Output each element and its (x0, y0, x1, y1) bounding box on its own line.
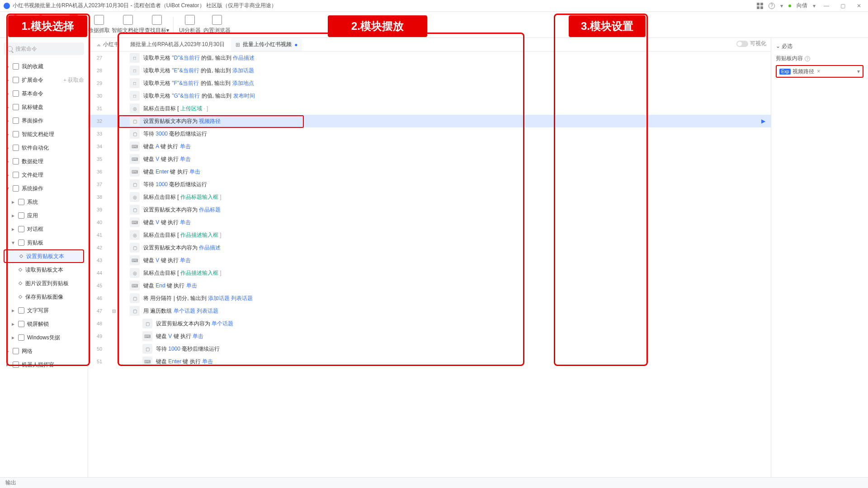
code-line[interactable]: 28□读取单元格 "E"&当前行 的值, 输出到 添加话题 (88, 64, 771, 77)
tree-save-clipboard[interactable]: 保存剪贴板图像 (4, 290, 84, 304)
code-line[interactable]: 31◎鼠标点击目标 [ 上传区域 · ] (88, 102, 771, 115)
tree-auto[interactable]: ▸软件自动化 (4, 141, 84, 155)
chevron-down-icon[interactable]: ▾ (857, 68, 860, 75)
timeline-button[interactable]: 时间线 ▾ (28, 14, 53, 36)
browser-icon (212, 15, 222, 25)
tree-favorites[interactable]: ▸我的收藏 (4, 60, 84, 73)
tree-smartdoc[interactable]: ▸智能文档处理 (4, 127, 84, 141)
find-target-button[interactable]: 查找目标▾ (144, 14, 170, 36)
code-line[interactable]: 49⌨键盘 V 键 执行 单击 (88, 330, 771, 343)
stop-button[interactable]: 停止 (3, 14, 28, 36)
gear-icon (13, 145, 19, 151)
record-icon (69, 15, 79, 25)
prop-section-header[interactable]: ⌄ 必选 (776, 42, 863, 50)
close-button[interactable]: ✕ (854, 3, 864, 9)
clipboard-icon (18, 239, 24, 246)
code-line[interactable]: 35⌨键盘 V 键 执行 单击 (88, 153, 771, 165)
code-line[interactable]: 39▢设置剪贴板文本内容为 作品标题 (88, 203, 771, 216)
code-line[interactable]: 44◎鼠标点击目标 [ 作品描述输入框 ] (88, 267, 771, 279)
code-line[interactable]: 36⌨键盘 Enter 键 执行 单击 (88, 165, 771, 178)
output-tab[interactable]: 输出 (5, 479, 16, 487)
status-bar: 输出 (0, 477, 868, 488)
code-line[interactable]: 43⌨键盘 V 键 执行 单击 (88, 254, 771, 267)
tree-wincred[interactable]: ▸Windows凭据 (4, 331, 84, 344)
prop-value-input[interactable]: Exp 视频路径 × ▾ (776, 65, 863, 78)
step-icon: ▢ (130, 179, 140, 189)
builtin-browser-button[interactable]: 内置浏览器 (203, 14, 231, 36)
visual-toggle[interactable]: 可视化 (736, 40, 766, 47)
play-icon[interactable]: ▶ (761, 118, 765, 124)
file-icon (13, 172, 19, 178)
code-line[interactable]: 47⊟▢用 遍历数组 单个话题 列表话题 (88, 305, 771, 317)
toolbar: 停止 时间线 ▾ 录制 数据抓取 智能文档处理 查找目标▾ UI分析器 内置浏览… (0, 12, 868, 38)
tree-robot[interactable]: ▸机器人指挥官 (4, 358, 84, 371)
ui-analyzer-button[interactable]: UI分析器 (177, 14, 203, 36)
app-logo-icon (4, 3, 10, 9)
code-line[interactable]: 30□读取单元格 "G"&当前行 的值, 输出到 发布时间 (88, 89, 771, 102)
help-icon[interactable]: ? (769, 3, 775, 9)
code-line[interactable]: 27□读取单元格 "D"&当前行 的值, 输出到 作品描述 (88, 52, 771, 64)
tree-app[interactable]: ▸应用 (4, 209, 84, 222)
user-name[interactable]: 向倩 (797, 2, 807, 9)
tree-file[interactable]: ▸文件处理 (4, 168, 84, 182)
step-icon: ◎ (130, 192, 140, 202)
apps-icon[interactable] (757, 3, 763, 9)
cmd-icon (13, 90, 19, 97)
tree-data[interactable]: ▸数据处理 (4, 155, 84, 168)
key-icon (18, 334, 24, 341)
tree-clipboard[interactable]: ▾剪贴板 (4, 236, 84, 249)
tree-mousekey[interactable]: ▸鼠标键盘 (4, 100, 84, 114)
code-line[interactable]: 51⌨键盘 Enter 键 执行 单击 (88, 355, 771, 368)
search-input[interactable]: 搜索命令 (4, 42, 84, 55)
step-icon: ⌨ (130, 281, 140, 291)
tree-basic[interactable]: ▸基本命令 (4, 87, 84, 100)
code-area[interactable]: 27□读取单元格 "D"&当前行 的值, 输出到 作品描述28□读取单元格 "E… (88, 52, 771, 477)
code-line[interactable]: 48▢设置剪贴板文本内容为 单个话题 (88, 317, 771, 330)
tab-3[interactable]: ⊞批量上传小红书视频● (231, 38, 302, 51)
maximize-button[interactable]: ▢ (837, 3, 848, 9)
tree-ext[interactable]: ▸扩展命令+ 获取命 (4, 73, 84, 87)
tree-textwrite[interactable]: ▸文字写屏 (4, 304, 84, 317)
code-line[interactable]: 50▢等待 1000 毫秒后继续运行 (88, 343, 771, 355)
tab-1[interactable]: ஃ小红书 (93, 38, 124, 51)
editor-tabs: ஃ小红书 频批量上传RPA机器人2023年10月30日 ⊞批量上传小红书视频● … (88, 38, 771, 52)
step-icon: ⌨ (142, 357, 152, 366)
tree-sysop[interactable]: ▾系统操作 (4, 182, 84, 195)
code-line[interactable]: 46▢将 用分隔符 | 切分, 输出到 添加话题 列表话题 (88, 292, 771, 305)
tree-net[interactable]: ▸网络 (4, 344, 84, 358)
tree-set-clipboard[interactable]: 设置剪贴板文本 (4, 249, 84, 263)
tree-system[interactable]: ▸系统 (4, 195, 84, 209)
code-line[interactable]: 41◎鼠标点击目标 [ 作品描述输入框 ] (88, 229, 771, 241)
code-line[interactable]: 45⌨键盘 End 键 执行 单击 (88, 279, 771, 292)
code-line[interactable]: 33▢等待 3000 毫秒后继续运行 (88, 127, 771, 140)
exp-badge: Exp (779, 69, 791, 75)
tree-img-clipboard[interactable]: 图片设置到剪贴板 (4, 277, 84, 290)
step-icon: ◎ (130, 230, 140, 240)
step-icon: ▢ (130, 243, 140, 253)
code-line[interactable]: 32▢设置剪贴板文本内容为 视频路径▶ (88, 115, 771, 127)
step-icon: ▢ (130, 205, 140, 215)
tree-ui[interactable]: ▸界面操作 (4, 114, 84, 127)
code-line[interactable]: 29□读取单元格 "F"&当前行 的值, 输出到 添加地点 (88, 77, 771, 89)
smart-doc-button[interactable]: 智能文档处理 (112, 14, 144, 36)
minimize-button[interactable]: — (821, 3, 832, 9)
clear-icon[interactable]: × (817, 68, 820, 75)
step-icon: ▢ (130, 293, 140, 303)
tree-lockscreen[interactable]: ▸锁屏解锁 (4, 317, 84, 331)
tree-read-clipboard[interactable]: 读取剪贴板文本 (4, 263, 84, 277)
lock-icon (18, 321, 24, 327)
record-button[interactable]: 录制 (61, 14, 86, 36)
mouse-icon (13, 104, 19, 110)
tab-2[interactable]: 频批量上传RPA机器人2023年10月30日 (126, 38, 229, 51)
robot-icon (13, 361, 19, 368)
package-icon (13, 77, 19, 83)
code-line[interactable]: 42▢设置剪贴板文本内容为 作品描述 (88, 241, 771, 254)
code-line[interactable]: 34⌨键盘 A 键 执行 单击 (88, 140, 771, 153)
code-line[interactable]: 40⌨键盘 V 键 执行 单击 (88, 216, 771, 229)
code-line[interactable]: 37▢等待 1000 毫秒后继续运行 (88, 178, 771, 191)
code-line[interactable]: 38◎鼠标点击目标 [ 作品标题输入框 ] (88, 191, 771, 203)
help-icon[interactable]: ? (805, 56, 810, 61)
data-extract-button[interactable]: 数据抓取 (86, 14, 112, 36)
tree-dialog[interactable]: ▸对话框 (4, 222, 84, 236)
clock-icon (36, 15, 46, 25)
